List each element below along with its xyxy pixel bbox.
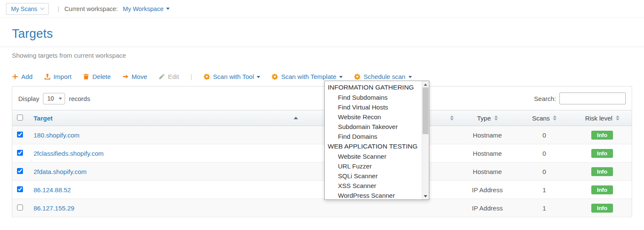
scan-tools-menu: INFORMATION GATHERINGFind SubdomainsFind…	[324, 81, 429, 200]
target-link[interactable]: 86.127.155.29	[34, 205, 74, 212]
display-label: Display	[18, 95, 39, 102]
menu-item[interactable]: Website Scanner	[325, 151, 422, 161]
menu-item[interactable]: Find Subdomains	[325, 93, 422, 102]
target-cell: 86.127.155.29	[28, 199, 302, 217]
import-button[interactable]: Import	[44, 73, 72, 80]
menu-item[interactable]: WordPress Scanner	[325, 191, 422, 199]
edit-button[interactable]: Edit	[159, 73, 179, 80]
risk-cell: Info	[573, 163, 632, 181]
page-size-select[interactable]: 10	[43, 93, 65, 104]
target-header-label: Target	[34, 115, 53, 122]
target-link[interactable]: 2fdata.shopify.com	[34, 168, 87, 175]
row-checkbox[interactable]	[17, 132, 23, 137]
risk-badge: Info	[591, 185, 613, 194]
risk-badge: Info	[591, 131, 613, 140]
scan-with-tool-button[interactable]: Scan with Tool	[204, 73, 260, 80]
caret-down-icon	[409, 76, 412, 80]
target-column-header[interactable]: Target	[28, 110, 302, 126]
divider	[0, 47, 644, 47]
select-all-checkbox[interactable]	[17, 115, 23, 121]
scrollbar-thumb[interactable]	[423, 87, 428, 134]
row-checkbox[interactable]	[17, 205, 23, 210]
edit-label: Edit	[168, 73, 179, 80]
target-link[interactable]: 180.shopify.com	[34, 132, 79, 139]
toolbar-separator: |	[190, 73, 192, 80]
menu-group-header: WEB APPLICATION TESTING	[325, 141, 422, 151]
schedule-scan-label: Schedule scan	[363, 73, 405, 80]
menu-item[interactable]: URL Fuzzer	[325, 161, 422, 171]
target-cell: 180.shopify.com	[28, 126, 302, 144]
gear-icon	[354, 73, 360, 80]
delete-button[interactable]: Delete	[83, 73, 111, 80]
scans-column-header[interactable]: Scans	[516, 110, 573, 126]
workspace-label: Current workspace:	[64, 6, 118, 12]
sort-asc-icon	[294, 115, 298, 119]
menu-item[interactable]: Find Domains	[325, 132, 422, 141]
chevron-down-icon	[40, 6, 45, 10]
move-label: Move	[132, 73, 148, 80]
type-column-header[interactable]: Type	[459, 110, 516, 126]
scans-cell: 0	[516, 163, 573, 181]
scroll-up-arrow-icon[interactable]	[422, 81, 429, 87]
page-size-value: 10	[47, 95, 54, 102]
scroll-down-arrow-icon[interactable]	[422, 193, 429, 199]
menu-item[interactable]: Find Virtual Hosts	[325, 102, 422, 112]
scan-tools-menu-list: INFORMATION GATHERINGFind SubdomainsFind…	[325, 81, 422, 199]
caret-down-icon	[339, 76, 343, 80]
my-scans-button[interactable]: My Scans	[6, 3, 49, 15]
row-checkbox-cell	[12, 181, 28, 199]
schedule-scan-button[interactable]: Schedule scan	[354, 73, 411, 80]
menu-item[interactable]: Subdomain Takeover	[325, 122, 422, 132]
gear-icon	[204, 73, 210, 80]
target-link[interactable]: 86.124.88.52	[34, 186, 71, 194]
risk-badge: Info	[591, 204, 613, 213]
table-row: 2fclassifieds.shopify.com Hostname 0 Inf…	[12, 144, 632, 163]
risk-cell: Info	[573, 181, 632, 199]
pencil-icon	[159, 73, 165, 80]
type-cell: IP Address	[459, 199, 516, 217]
arrow-right-icon	[122, 73, 129, 80]
trash-icon	[83, 73, 89, 80]
search-input[interactable]	[559, 93, 626, 104]
row-checkbox[interactable]	[17, 186, 23, 192]
move-button[interactable]: Move	[122, 73, 148, 80]
actions-toolbar: Add Import Delete Move Edit | Scan with …	[12, 73, 632, 80]
scans-cell: 1	[516, 199, 573, 217]
risk-badge: Info	[591, 167, 613, 176]
scans-header-label: Scans	[532, 115, 550, 122]
target-link[interactable]: 2fclassifieds.shopify.com	[34, 150, 104, 157]
table-header-row: Target Type Scans Risk level	[12, 110, 632, 126]
menu-item[interactable]: XSS Scanner	[325, 181, 422, 191]
table-row: 180.shopify.com Hostname 0 Info	[12, 126, 632, 144]
menu-scrollbar[interactable]	[422, 81, 429, 199]
menu-item[interactable]: Website Recon	[325, 112, 422, 122]
targets-table-body: 180.shopify.com Hostname 0 Info 2fclassi…	[12, 126, 632, 217]
type-header-label: Type	[477, 115, 491, 122]
upload-icon	[44, 73, 51, 80]
add-button[interactable]: Add	[12, 73, 33, 80]
delete-label: Delete	[92, 73, 111, 80]
row-checkbox-cell	[12, 163, 28, 181]
records-label: records	[69, 95, 90, 102]
row-checkbox[interactable]	[17, 168, 23, 174]
type-cell: Hostname	[459, 163, 516, 181]
menu-group-header: INFORMATION GATHERING	[325, 82, 422, 93]
type-cell: IP Address	[459, 181, 516, 199]
target-cell: 2fclassifieds.shopify.com	[28, 144, 302, 163]
menu-item[interactable]: SQLi Scanner	[325, 171, 422, 181]
scans-cell: 0	[516, 126, 573, 144]
scan-with-template-button[interactable]: Scan with Template	[272, 73, 343, 80]
risk-column-header[interactable]: Risk level	[573, 110, 632, 126]
table-row: 86.124.88.52 IP Address 1 Info	[12, 181, 632, 199]
targets-panel: Display 10 records Search: Target	[12, 86, 632, 217]
page-subtitle: Showing targets from current workspace	[12, 52, 632, 59]
target-cell: 2fdata.shopify.com	[28, 163, 302, 181]
gear-icon	[272, 73, 278, 80]
risk-cell: Info	[573, 144, 632, 163]
table-row: 2fdata.shopify.com Hostname 0 Info	[12, 163, 632, 181]
caret-down-icon	[166, 8, 170, 11]
workspace-selector[interactable]: My Workspace	[123, 6, 170, 12]
add-label: Add	[21, 73, 33, 80]
sort-both-icon	[494, 114, 498, 122]
row-checkbox[interactable]	[17, 150, 23, 156]
